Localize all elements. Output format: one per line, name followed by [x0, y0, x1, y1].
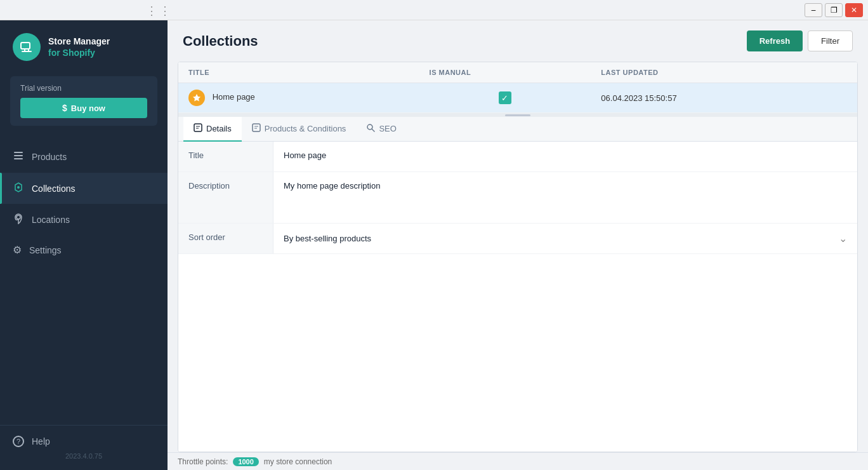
tab-products-icon	[252, 123, 261, 134]
tab-seo-icon	[366, 123, 375, 134]
version-label: 2023.4.0.75	[13, 447, 155, 460]
app-name-main: Store Manager	[48, 36, 110, 47]
content-area: TITLE IS MANUAL LAST UPDATED	[178, 62, 858, 452]
column-is-manual: IS MANUAL	[419, 62, 591, 83]
buy-now-button[interactable]: $ Buy now	[20, 98, 147, 118]
svg-rect-3	[14, 158, 23, 159]
row-last-updated-cell: 06.04.2023 15:50:57	[591, 83, 857, 113]
throttle-label: Throttle points:	[178, 457, 228, 466]
svg-rect-1	[14, 152, 23, 153]
page-title: Collections	[183, 33, 258, 50]
page-header: Collections Refresh Filter	[168, 20, 868, 62]
column-title: TITLE	[178, 62, 419, 83]
app-name-sub: for Shopify	[48, 47, 110, 58]
description-label: Description	[178, 172, 273, 223]
tab-details[interactable]: Details	[183, 117, 242, 142]
settings-nav-label: Settings	[29, 245, 62, 255]
filter-button[interactable]: Filter	[808, 30, 853, 51]
description-value: My home page description	[273, 172, 857, 223]
sort-order-value[interactable]: By best-selling products ⌄	[273, 224, 857, 253]
collapse-dots: ⋮⋮	[146, 4, 173, 18]
app-name: Store Manager for Shopify	[48, 36, 110, 58]
splitter-handle	[505, 114, 530, 116]
table-header-row: TITLE IS MANUAL LAST UPDATED	[178, 62, 857, 83]
locations-nav-label: Locations	[32, 215, 70, 225]
is-manual-checkbox: ✓	[430, 91, 581, 104]
chevron-down-icon: ⌄	[839, 232, 847, 245]
help-icon: ?	[13, 436, 24, 447]
tab-seo-label: SEO	[379, 124, 396, 133]
close-button[interactable]: ✕	[845, 3, 863, 17]
trial-box: Trial version $ Buy now	[10, 76, 157, 126]
svg-rect-2	[14, 155, 23, 156]
svg-point-4	[17, 186, 20, 189]
app-container: Store Manager for Shopify Trial version …	[0, 20, 868, 470]
products-icon	[13, 150, 24, 164]
table-row[interactable]: Home page ✓ 06.04.2023 15:50:57	[178, 83, 857, 113]
settings-icon: ⚙	[13, 244, 22, 256]
detail-row-sort-order: Sort order By best-selling products ⌄	[178, 224, 857, 254]
tab-seo[interactable]: SEO	[356, 117, 406, 142]
products-nav-label: Products	[32, 152, 67, 162]
detail-row-title: Title Home page	[178, 142, 857, 172]
collections-nav-label: Collections	[32, 184, 75, 194]
connection-label: my store connection	[264, 457, 332, 466]
column-last-updated: LAST UPDATED	[591, 62, 857, 83]
collections-table-area: TITLE IS MANUAL LAST UPDATED	[178, 62, 857, 113]
title-label: Title	[178, 142, 273, 171]
sort-order-label: Sort order	[178, 224, 273, 253]
app-logo-icon	[13, 33, 41, 61]
detail-tabs: Details Products & Conditions	[178, 117, 857, 142]
sidebar-logo: Store Manager for Shopify	[0, 20, 168, 71]
svg-rect-6	[194, 124, 202, 131]
sidebar-item-locations[interactable]: Locations	[0, 204, 168, 235]
sort-order-text: By best-selling products	[284, 234, 371, 243]
sidebar: Store Manager for Shopify Trial version …	[0, 20, 168, 470]
row-icon	[188, 90, 205, 106]
tab-products-conditions[interactable]: Products & Conditions	[242, 117, 357, 142]
buy-label: Buy now	[71, 104, 105, 113]
main-content: Collections Refresh Filter TITLE IS MANU…	[168, 20, 868, 470]
titlebar: ⋮⋮ – ❐ ✕	[0, 0, 868, 20]
sidebar-item-collections[interactable]: Collections	[0, 173, 168, 204]
check-icon: ✓	[499, 91, 511, 104]
help-label: Help	[32, 436, 50, 446]
tab-products-label: Products & Conditions	[265, 124, 346, 133]
sidebar-nav: Products Collections Loc	[0, 136, 168, 425]
location-icon	[13, 213, 24, 226]
detail-row-description: Description My home page description	[178, 172, 857, 224]
maximize-button[interactable]: ❐	[825, 3, 843, 17]
minimize-button[interactable]: –	[805, 3, 822, 17]
collections-table: TITLE IS MANUAL LAST UPDATED	[178, 62, 857, 113]
collections-icon	[13, 182, 24, 195]
header-actions: Refresh Filter	[747, 30, 853, 51]
row-title-value: Home page	[213, 92, 255, 102]
sidebar-footer: ? Help 2023.4.0.75	[0, 425, 168, 470]
buy-icon: $	[62, 103, 67, 113]
title-value: Home page	[273, 142, 857, 171]
app-footer: Throttle points: 1000 my store connectio…	[168, 452, 868, 470]
row-title-cell: Home page	[178, 83, 419, 113]
help-item[interactable]: ? Help	[13, 436, 155, 447]
tab-details-label: Details	[206, 124, 232, 133]
sidebar-item-settings[interactable]: ⚙ Settings	[0, 235, 168, 265]
sidebar-item-products[interactable]: Products	[0, 141, 168, 173]
trial-label: Trial version	[20, 84, 147, 93]
svg-rect-0	[21, 43, 30, 49]
detail-panel: Details Products & Conditions	[178, 117, 857, 452]
svg-line-13	[372, 129, 374, 131]
refresh-button[interactable]: Refresh	[747, 30, 803, 51]
row-is-manual-cell: ✓	[419, 83, 591, 113]
throttle-value: 1000	[233, 457, 258, 466]
detail-body: Title Home page Description My home page…	[178, 142, 857, 452]
tab-details-icon	[194, 123, 202, 134]
svg-rect-9	[253, 124, 260, 131]
